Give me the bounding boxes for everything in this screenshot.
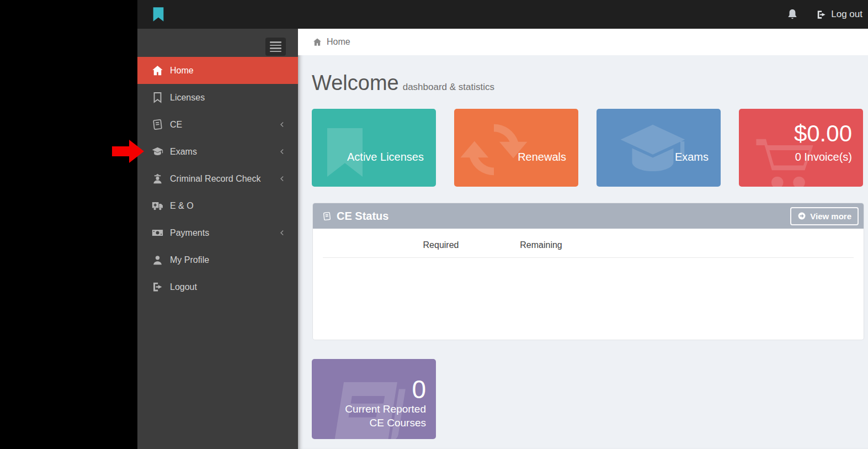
sidebar-item-label: Licenses <box>170 93 205 103</box>
sidebar-item-label: Payments <box>170 228 209 238</box>
brand-bookmark-icon[interactable] <box>151 4 166 24</box>
tile-current-reported-ce-courses[interactable]: 0 Current Reported CE Courses <box>312 359 436 439</box>
book-icon <box>322 212 332 221</box>
sidebar-item-label: E & O <box>170 201 194 211</box>
sidebar-nav: Home Licenses CE Exams <box>137 29 298 449</box>
page-header: Welcomedashboard & statistics <box>312 70 494 97</box>
book-icon <box>152 119 163 130</box>
home-icon <box>152 65 163 76</box>
chevron-left-icon <box>279 148 286 155</box>
tile-invoices[interactable]: $0.00 0 Invoice(s) <box>739 109 863 187</box>
tile-active-licenses[interactable]: Active Licenses <box>312 109 436 187</box>
sidebar-item-label: Home <box>170 66 194 76</box>
chevron-left-icon <box>279 229 286 236</box>
ce-status-panel-header: CE Status View more <box>313 203 864 229</box>
panel-title: CE Status <box>322 210 388 223</box>
sidebar-item-label: CE <box>170 120 182 130</box>
sidebar-item-home[interactable]: Home <box>137 57 298 84</box>
ce-status-panel: CE Status View more Required Remaining <box>313 203 864 340</box>
app-window: Log out Home Licenses CE <box>137 0 868 449</box>
sidebar-item-payments[interactable]: Payments <box>137 219 298 246</box>
ce-courses-label-line1: Current Reported <box>345 402 426 416</box>
user-secret-icon <box>152 173 163 184</box>
topbar-actions: Log out <box>786 0 862 29</box>
tile-label: 0 Invoice(s) <box>795 151 852 163</box>
tile-exams[interactable]: Exams <box>597 109 721 187</box>
tile-label: Exams <box>675 151 709 163</box>
table-header-required: Required <box>386 235 496 258</box>
home-icon <box>313 38 322 46</box>
view-more-button[interactable]: View more <box>790 207 859 225</box>
sidebar-item-label: My Profile <box>170 255 209 265</box>
tile-label: Active Licenses <box>347 151 424 163</box>
sidebar-item-label: Criminal Record Check <box>170 174 261 184</box>
top-navbar: Log out <box>137 0 868 29</box>
logout-label: Log out <box>831 9 862 20</box>
view-more-label: View more <box>810 212 851 221</box>
chevron-left-icon <box>279 121 286 128</box>
user-icon <box>152 254 163 266</box>
sign-out-icon <box>152 281 163 293</box>
notifications-bell-icon[interactable] <box>786 8 798 20</box>
sidebar-item-label: Logout <box>170 282 197 292</box>
ce-courses-label-line2: CE Courses <box>345 416 426 430</box>
circle-arrow-right-icon <box>797 212 806 220</box>
ambulance-icon <box>152 200 163 212</box>
sidebar-item-exams[interactable]: Exams <box>137 138 298 165</box>
sidebar-toggle-button[interactable] <box>265 38 286 56</box>
sidebar-item-logout[interactable]: Logout <box>137 273 298 300</box>
table-header-empty <box>323 235 386 258</box>
table-header-remaining: Remaining <box>496 235 587 258</box>
tile-label: Renewals <box>518 151 566 163</box>
sidebar-item-criminal-record-check[interactable]: Criminal Record Check <box>137 165 298 192</box>
page-title: Welcome <box>312 71 399 94</box>
sidebar-item-e-and-o[interactable]: E & O <box>137 192 298 219</box>
sidebar-item-my-profile[interactable]: My Profile <box>137 246 298 273</box>
sidebar-item-ce[interactable]: CE <box>137 111 298 138</box>
panel-title-label: CE Status <box>337 210 388 223</box>
invoice-amount: $0.00 <box>794 121 852 146</box>
logout-link[interactable]: Log out <box>816 9 862 20</box>
ce-status-table: Required Remaining <box>323 235 854 258</box>
sidebar-item-label: Exams <box>170 147 197 157</box>
tile-renewals[interactable]: Renewals <box>454 109 578 187</box>
screenshot-canvas: Log out Home Licenses CE <box>0 0 868 449</box>
bookmark-outline-icon <box>152 92 163 103</box>
annotation-red-arrow <box>112 139 144 163</box>
ce-courses-tile-text: 0 Current Reported CE Courses <box>345 377 426 430</box>
main-content: Home Welcomedashboard & statistics Activ… <box>298 29 868 449</box>
breadcrumb-home-link[interactable]: Home <box>327 37 350 47</box>
money-icon <box>152 227 163 239</box>
graduation-cap-icon <box>152 146 163 157</box>
chevron-left-icon <box>279 175 286 182</box>
sidebar-menu: Home Licenses CE Exams <box>137 57 298 300</box>
refresh-ghost-icon <box>457 113 530 186</box>
sign-out-icon <box>816 9 827 20</box>
sidebar-item-licenses[interactable]: Licenses <box>137 84 298 111</box>
page-subtitle: dashboard & statistics <box>403 82 494 92</box>
ce-courses-count: 0 <box>345 377 426 402</box>
breadcrumb: Home <box>298 29 868 55</box>
graduation-cap-ghost-icon <box>597 115 713 184</box>
table-header-empty <box>587 235 854 258</box>
